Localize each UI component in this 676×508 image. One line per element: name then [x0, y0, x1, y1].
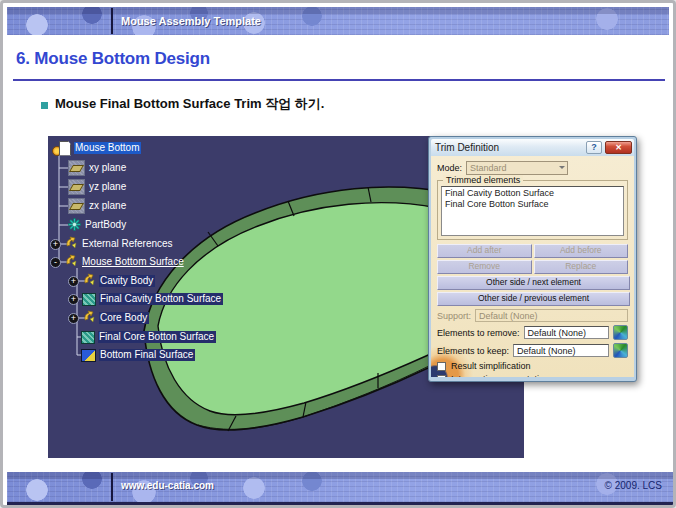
- page-title: 6. Mouse Bottom Design: [16, 49, 210, 69]
- tree-item-mouse-bottom-surface[interactable]: - Mouse Bottom Surface: [50, 255, 186, 269]
- result-simplification-checkbox[interactable]: [437, 362, 446, 371]
- bullet-text: Mouse Final Bottom Surface Trim 작업 하기.: [55, 95, 324, 113]
- surface-icon: [81, 331, 95, 344]
- collapse-minus-icon[interactable]: -: [50, 257, 61, 268]
- tree-item-label: Core Body: [99, 312, 149, 324]
- tree-item-final-core-botton-surface[interactable]: Final Core Botton Surface: [81, 330, 216, 344]
- tree-item-partbody[interactable]: PartBody: [68, 218, 128, 232]
- title-rule: [13, 79, 665, 81]
- tree-item-final-cavity-botton-surface[interactable]: + Final Cavity Botton Surface: [68, 292, 223, 306]
- tree-item-external-references[interactable]: + External References: [50, 237, 175, 251]
- tree-item-label: External References: [81, 238, 175, 250]
- body-icon: [82, 310, 96, 326]
- tree-item-label: Mouse Bottom: [74, 142, 141, 154]
- body-icon: [64, 236, 78, 252]
- dialog-titlebar[interactable]: Trim Definition ? ✕: [431, 139, 634, 156]
- select-element-icon[interactable]: [613, 325, 628, 340]
- tree-item-label: zx plane: [88, 200, 128, 212]
- other-side-previous-button[interactable]: Other side / previous element: [437, 292, 630, 306]
- help-icon[interactable]: ?: [586, 141, 602, 154]
- tree-item-cavity-body[interactable]: + Cavity Body: [68, 274, 155, 288]
- tree-item-bottom-final-surface[interactable]: Bottom Final Surface: [81, 348, 195, 362]
- body-icon: [64, 254, 78, 270]
- tree-item-label: PartBody: [84, 219, 128, 231]
- trim-definition-dialog: Trim Definition ? ✕ Mode: Standard Trimm…: [428, 136, 637, 382]
- add-after-button[interactable]: Add after: [437, 244, 532, 258]
- tree-item-label: Cavity Body: [99, 275, 155, 287]
- tree-item-label: xy plane: [88, 162, 128, 174]
- expand-plus-icon[interactable]: +: [68, 276, 79, 287]
- footer-band: www.edu-catia.com © 2009. LCS: [7, 472, 676, 505]
- body-icon: [82, 273, 96, 289]
- remove-button[interactable]: Remove: [437, 260, 532, 274]
- checkbox-label: Intersection computation: [451, 374, 549, 377]
- dialog-body: Mode: Standard Trimmed elements Final Ca…: [431, 156, 634, 377]
- mode-select[interactable]: Standard: [466, 161, 568, 175]
- tree-item-xy-plane[interactable]: xy plane: [68, 161, 128, 175]
- surface-icon: [82, 293, 96, 306]
- tree-item-yz-plane[interactable]: yz plane: [68, 180, 128, 194]
- expand-plus-icon[interactable]: +: [68, 294, 79, 305]
- list-item[interactable]: Final Cavity Botton Surface: [445, 188, 620, 199]
- footer-site: www.edu-catia.com: [121, 472, 214, 499]
- support-field: Default (None): [475, 309, 628, 322]
- plane-icon: [68, 179, 85, 195]
- part-icon: [52, 141, 71, 156]
- elements-to-keep-label: Elements to keep:: [437, 346, 509, 356]
- partbody-icon: [68, 218, 81, 233]
- list-item[interactable]: Final Core Botton Surface: [445, 199, 620, 210]
- elements-to-remove-field[interactable]: Default (None): [524, 326, 609, 339]
- tree-item-label: Mouse Bottom Surface: [81, 256, 186, 268]
- tree-item-core-body[interactable]: + Core Body: [68, 311, 149, 325]
- plane-icon: [68, 198, 85, 214]
- intersection-computation-checkbox[interactable]: [437, 375, 446, 378]
- tree-item-label: Final Core Botton Surface: [98, 331, 216, 343]
- bullet-square-icon: [41, 102, 48, 109]
- checkbox-label: Result simplification: [451, 361, 531, 371]
- elements-to-keep-field[interactable]: Default (None): [513, 344, 609, 357]
- dialog-title: Trim Definition: [435, 142, 586, 153]
- tree-item-zx-plane[interactable]: zx plane: [68, 199, 128, 213]
- add-before-button[interactable]: Add before: [534, 244, 629, 258]
- trimmed-elements-group: Trimmed elements Final Cavity Botton Sur…: [437, 180, 628, 240]
- tree-item-label: Bottom Final Surface: [99, 349, 195, 361]
- replace-button[interactable]: Replace: [534, 260, 629, 274]
- close-icon[interactable]: ✕: [605, 141, 632, 154]
- header-band: Mouse Assembly Template: [7, 7, 669, 35]
- plane-icon: [68, 160, 85, 176]
- select-element-icon[interactable]: [613, 343, 628, 358]
- tree-item-mouse-bottom[interactable]: Mouse Bottom: [52, 141, 141, 155]
- mode-label: Mode:: [437, 163, 462, 173]
- elements-to-remove-label: Elements to remove:: [437, 328, 520, 338]
- slide: Mouse Assembly Template 6. Mouse Bottom …: [0, 0, 676, 508]
- expand-plus-icon[interactable]: +: [50, 239, 61, 250]
- header-title: Mouse Assembly Template: [121, 7, 261, 35]
- expand-plus-icon[interactable]: +: [68, 313, 79, 324]
- support-label: Support:: [437, 311, 471, 321]
- trimmed-elements-list[interactable]: Final Cavity Botton Surface Final Core B…: [441, 186, 624, 236]
- tree-item-label: Final Cavity Botton Surface: [99, 293, 223, 305]
- tree-item-label: yz plane: [88, 181, 128, 193]
- footer-copyright: © 2009. LCS: [605, 472, 662, 499]
- surface-icon: [81, 349, 96, 362]
- other-side-next-button[interactable]: Other side / next element: [437, 276, 630, 290]
- group-label: Trimmed elements: [443, 175, 523, 185]
